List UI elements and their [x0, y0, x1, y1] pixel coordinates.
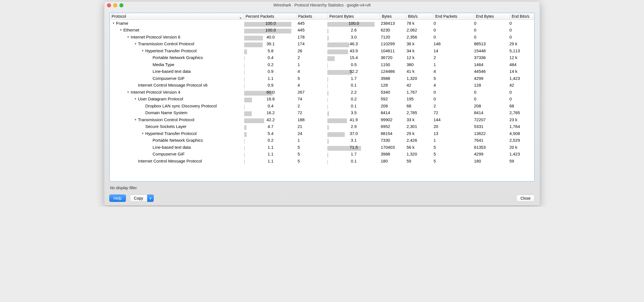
- cell-bits-s: 195: [405, 96, 432, 101]
- cell-protocol: ▼Internet Control Message Protocol: [110, 159, 244, 163]
- cell-percent-packets: 1.1: [244, 159, 296, 163]
- close-window-icon[interactable]: [107, 3, 111, 7]
- cell-percent-bytes: 15.4: [327, 55, 379, 60]
- chevron-down-icon[interactable]: ▼: [147, 195, 154, 202]
- cell-end-packets: 0: [432, 35, 472, 39]
- cell-end-bytes: 72207: [472, 117, 508, 122]
- close-button[interactable]: Close: [516, 195, 535, 202]
- cell-protocol: ▼Dropbox LAN sync Discovery Protocol: [110, 103, 244, 108]
- table-row[interactable]: ▼Internet Protocol Version 460.02672.253…: [110, 89, 534, 96]
- col-header-end-bits-s[interactable]: End Bits/s: [510, 13, 534, 19]
- zoom-window-icon[interactable]: [119, 3, 123, 7]
- table-row[interactable]: ▼Line-based text data0.9452.212448641 k4…: [110, 68, 534, 75]
- cell-end-bits-s: 29 k: [508, 41, 534, 46]
- col-header-end-bytes[interactable]: End Bytes: [474, 13, 510, 19]
- table-row[interactable]: ▼Internet Protocol Version 640.01783.071…: [110, 33, 534, 40]
- table-body: ▼Frame100.0445100.023841378 k000▼Etherne…: [110, 20, 534, 164]
- cell-end-packets: 72: [432, 110, 472, 115]
- copy-button[interactable]: Copy: [130, 195, 148, 202]
- cell-percent-packets: 42.2: [244, 117, 296, 122]
- cell-bytes: 238413: [379, 21, 405, 26]
- bar-percent-bytes: [327, 153, 328, 157]
- cell-end-packets: 0: [432, 96, 472, 101]
- table-row[interactable]: ▼Transmission Control Protocol42.218841.…: [110, 116, 534, 123]
- col-header-bits-s[interactable]: Bits/s: [406, 13, 434, 19]
- cell-percent-packets: 0.9: [244, 83, 296, 87]
- table-row[interactable]: ▼User Datagram Protocol16.6740.259219500…: [110, 96, 534, 103]
- disclosure-open-icon[interactable]: ▼: [141, 49, 145, 52]
- cell-end-packets: 5: [432, 145, 472, 150]
- disclosure-open-icon[interactable]: ▼: [133, 42, 137, 45]
- dialog-window: Wireshark · Protocol Hierarchy Statistic…: [104, 1, 540, 206]
- cell-end-bits-s: 0: [508, 96, 534, 101]
- help-button[interactable]: Help: [109, 195, 126, 202]
- cell-packets: 5: [296, 76, 327, 81]
- bar-percent-packets: [244, 153, 245, 157]
- cell-bytes: 124486: [379, 69, 405, 74]
- cell-end-packets: 5: [432, 152, 472, 156]
- disclosure-none-icon: ▼: [148, 77, 152, 80]
- table-row[interactable]: ▼Frame100.0445100.023841378 k000: [110, 20, 534, 27]
- disclosure-open-icon[interactable]: ▼: [141, 132, 145, 135]
- cell-percent-bytes: 0.1: [327, 159, 379, 163]
- bar-percent-bytes: [327, 77, 328, 82]
- table-row[interactable]: ▼Hypertext Transfer Protocol5.82643.9104…: [110, 47, 534, 54]
- minimize-window-icon[interactable]: [113, 3, 117, 7]
- cell-end-bits-s: 484: [508, 62, 534, 67]
- cell-percent-bytes: 43.9: [327, 48, 379, 53]
- table-row[interactable]: ▼Ethernet100.04452.662302,062000: [110, 27, 534, 34]
- bar-percent-bytes: [327, 105, 328, 109]
- cell-end-packets: 2: [432, 55, 472, 60]
- table-row[interactable]: ▼Portable Network Graphics0.4215.4367201…: [110, 54, 534, 61]
- col-header-packets[interactable]: Packets: [296, 13, 328, 19]
- cell-bits-s: 2,356: [405, 35, 432, 39]
- table-row[interactable]: ▼Internet Control Message Protocol v60.9…: [110, 82, 534, 89]
- disclosure-open-icon[interactable]: ▼: [126, 35, 130, 39]
- cell-percent-packets: 0.4: [244, 55, 296, 60]
- table-row[interactable]: ▼Portable Network Graphics0.213.173302,4…: [110, 137, 534, 144]
- cell-packets: 188: [296, 117, 327, 122]
- col-header-bytes[interactable]: Bytes: [380, 13, 406, 19]
- cell-bytes: 3988: [379, 76, 405, 81]
- dialog-footer: No display filter. Help Copy ▼ Close: [104, 183, 540, 205]
- cell-percent-bytes: 41.9: [327, 117, 379, 122]
- table-row[interactable]: ▼Compuserve GIF1.151.739881,320542991,42…: [110, 151, 534, 158]
- bar-percent-packets: [244, 105, 245, 109]
- cell-end-packets: 148: [432, 41, 472, 46]
- disclosure-open-icon[interactable]: ▼: [133, 97, 137, 100]
- cell-packets: 72: [296, 110, 327, 115]
- cell-percent-bytes: 71.5: [327, 145, 379, 150]
- col-header-protocol[interactable]: Protocol ▼: [110, 13, 244, 19]
- table-row[interactable]: ▼Internet Control Message Protocol1.150.…: [110, 157, 534, 164]
- table-row[interactable]: ▼Secure Sockets Layer4.7212.969522,30120…: [110, 123, 534, 130]
- table-row[interactable]: ▼Domain Name System16.2723.584142,785728…: [110, 109, 534, 116]
- protocol-label: Secure Sockets Layer: [145, 124, 187, 129]
- table-row[interactable]: ▼Dropbox LAN sync Discovery Protocol0.42…: [110, 102, 534, 109]
- protocol-label: Transmission Control Protocol: [138, 117, 194, 122]
- table-row[interactable]: ▼Transmission Control Protocol39.117446.…: [110, 40, 534, 48]
- col-header-end-packets[interactable]: End Packets: [434, 13, 474, 19]
- disclosure-open-icon[interactable]: ▼: [133, 118, 137, 121]
- bar-percent-bytes: [327, 63, 328, 68]
- cell-end-packets: 5: [432, 76, 472, 81]
- table-row[interactable]: ▼Media Type0.210.5115038011464484: [110, 61, 534, 68]
- table-row[interactable]: ▼Line-based text data1.1571.517040356 k5…: [110, 144, 534, 151]
- table-row[interactable]: ▼Hypertext Transfer Protocol5.42437.0881…: [110, 130, 534, 137]
- cell-packets: 5: [296, 152, 327, 156]
- protocol-label: Ethernet: [123, 28, 139, 32]
- disclosure-open-icon[interactable]: ▼: [119, 28, 123, 31]
- protocol-label: Hypertext Transfer Protocol: [145, 131, 197, 136]
- disclosure-none-icon: ▼: [148, 70, 152, 73]
- cell-bits-s: 56 k: [405, 145, 432, 150]
- col-header-percent-packets[interactable]: Percent Packets: [244, 13, 296, 19]
- table-row[interactable]: ▼Compuserve GIF1.151.739881,320542991,42…: [110, 75, 534, 82]
- cell-end-packets: 2: [432, 103, 472, 108]
- cell-packets: 267: [296, 90, 327, 94]
- cell-bits-s: 29 k: [405, 131, 432, 136]
- disclosure-open-icon[interactable]: ▼: [126, 91, 130, 94]
- cell-percent-packets: 1.1: [244, 145, 296, 150]
- disclosure-open-icon[interactable]: ▼: [112, 22, 115, 25]
- col-header-percent-bytes[interactable]: Percent Bytes: [328, 13, 380, 19]
- cell-percent-bytes: 52.2: [327, 69, 379, 74]
- cell-percent-bytes: 1.7: [327, 76, 379, 81]
